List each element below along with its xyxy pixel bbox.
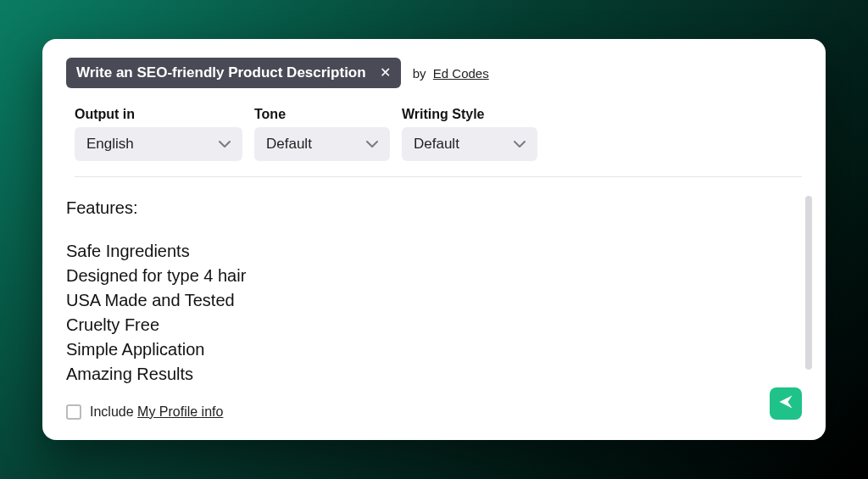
tone-value: Default: [266, 136, 312, 153]
prompt-title-text: Write an SEO-friendly Product Descriptio…: [76, 64, 366, 81]
list-item: Designed for type 4 hair: [66, 264, 802, 288]
chevron-down-icon: [219, 138, 231, 150]
output-value: English: [86, 136, 134, 153]
list-item: Cruelty Free: [66, 313, 802, 337]
header-row: Write an SEO-friendly Product Descriptio…: [66, 58, 802, 88]
features-list: Safe Ingredients Designed for type 4 hai…: [66, 239, 802, 387]
footer-row: Include My Profile info: [66, 404, 223, 420]
close-icon[interactable]: ✕: [380, 66, 391, 80]
scrollbar[interactable]: [805, 196, 812, 370]
features-heading: Features:: [66, 196, 802, 220]
by-label: by: [413, 66, 426, 81]
list-item: Safe Ingredients: [66, 239, 802, 264]
output-label: Output in: [75, 107, 242, 122]
author-link[interactable]: Ed Codes: [433, 66, 489, 81]
content-area[interactable]: Features: Safe Ingredients Designed for …: [66, 196, 802, 412]
byline: by Ed Codes: [413, 66, 489, 81]
include-profile-checkbox[interactable]: [66, 404, 81, 420]
prompt-card: Write an SEO-friendly Product Descriptio…: [42, 39, 826, 440]
style-label: Writing Style: [402, 107, 537, 122]
style-select[interactable]: Default: [402, 127, 537, 161]
output-control-group: Output in English: [75, 107, 242, 161]
prompt-title-chip[interactable]: Write an SEO-friendly Product Descriptio…: [66, 58, 401, 88]
include-label: Include My Profile info: [90, 404, 223, 420]
tone-control-group: Tone Default: [254, 107, 390, 161]
chevron-down-icon: [514, 138, 526, 150]
output-select[interactable]: English: [75, 127, 242, 161]
profile-info-link[interactable]: My Profile info: [137, 404, 223, 419]
content-text: Features: Safe Ingredients Designed for …: [66, 196, 802, 387]
tone-select[interactable]: Default: [254, 127, 390, 161]
controls-row: Output in English Tone Default Writing S…: [75, 107, 802, 177]
send-button[interactable]: [770, 387, 802, 420]
list-item: USA Made and Tested: [66, 288, 802, 313]
include-prefix: Include: [90, 404, 137, 419]
list-item: Amazing Results: [66, 362, 802, 387]
list-item: Simple Application: [66, 337, 802, 362]
style-control-group: Writing Style Default: [402, 107, 537, 161]
send-icon: [777, 393, 794, 414]
chevron-down-icon: [366, 138, 378, 150]
style-value: Default: [414, 136, 459, 153]
tone-label: Tone: [254, 107, 390, 122]
